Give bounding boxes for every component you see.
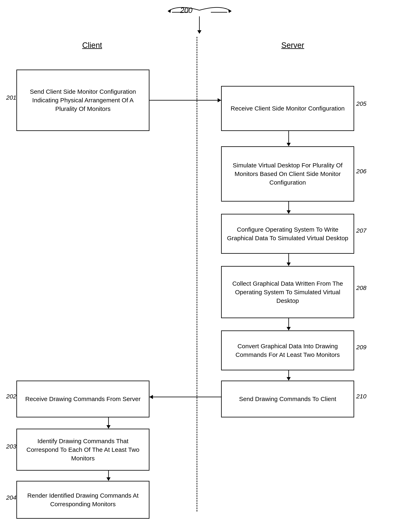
svg-marker-5 [228,10,231,13]
svg-marker-15 [287,327,291,330]
box-205: Receive Client Side Monitor Configuratio… [221,86,354,131]
svg-marker-1 [197,30,201,34]
svg-marker-13 [287,263,291,266]
svg-marker-11 [287,210,291,214]
ref-201: 201 [6,94,16,101]
box-207: Configure Operating System To Write Grap… [221,214,354,254]
svg-marker-7 [218,98,221,102]
svg-marker-9 [287,143,291,146]
svg-marker-21 [106,425,110,429]
diagram-title: 200 [180,6,193,15]
client-column-header: Client [20,41,164,50]
box-201: Send Client Side Monitor Configuration I… [16,70,149,131]
ref-208: 208 [356,285,367,291]
ref-203: 203 [6,443,16,450]
box-204: Render Identified Drawing Commands At Co… [16,481,149,519]
ref-204: 204 [6,494,16,501]
svg-marker-17 [287,377,291,380]
box-210: Send Drawing Commands To Client [221,380,354,418]
svg-marker-19 [149,395,153,399]
svg-marker-23 [106,477,110,481]
diagram-container: 200 Client Server Send Client Side Monit… [0,0,399,532]
ref-202: 202 [6,393,16,400]
box-209: Convert Graphical Data Into Drawing Comm… [221,330,354,370]
box-203: Identify Drawing Commands That Correspon… [16,429,149,471]
server-column-header: Server [215,41,371,50]
box-208: Collect Graphical Data Written From The … [221,266,354,318]
ref-206: 206 [356,168,367,175]
column-divider [197,37,197,512]
ref-210: 210 [356,393,367,400]
ref-207: 207 [356,227,367,234]
ref-209: 209 [356,344,367,351]
ref-205: 205 [356,100,367,107]
box-206: Simulate Virtual Desktop For Plurality O… [221,146,354,202]
box-202: Receive Drawing Commands From Server [16,380,149,418]
svg-marker-4 [168,10,171,13]
